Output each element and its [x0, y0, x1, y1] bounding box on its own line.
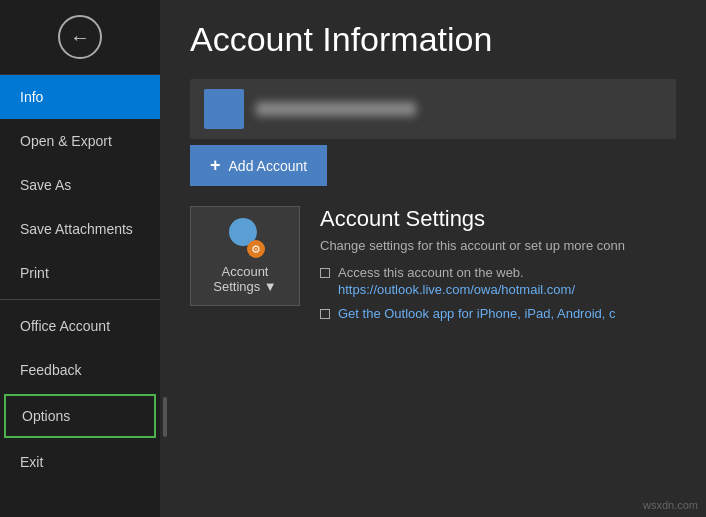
sidebar: ← Info Open & Export Save As Save Attach…	[0, 0, 160, 517]
sidebar-item-office-account[interactable]: Office Account	[0, 304, 160, 348]
sidebar-item-save-as[interactable]: Save As	[0, 163, 160, 207]
add-account-button[interactable]: + Add Account	[190, 145, 327, 186]
account-info-blurred	[256, 102, 416, 116]
account-settings-btn-text: Account Settings	[213, 264, 268, 294]
back-button[interactable]: ←	[0, 0, 160, 75]
gear-icon: ⚙	[247, 240, 265, 258]
watermark: wsxdn.com	[643, 499, 698, 511]
sidebar-label-save-as: Save As	[20, 177, 71, 193]
account-settings-icon: ⚙	[225, 218, 265, 258]
account-settings-title: Account Settings	[320, 206, 676, 232]
bullet-icon-2	[320, 309, 330, 319]
settings-item-1-content: Access this account on the web. https://…	[338, 265, 575, 298]
settings-list-item-1: Access this account on the web. https://…	[320, 265, 676, 298]
sidebar-label-feedback: Feedback	[20, 362, 81, 378]
sidebar-label-print: Print	[20, 265, 49, 281]
bullet-icon-1	[320, 268, 330, 278]
account-settings-dropdown-arrow: ▼	[264, 279, 277, 294]
account-settings-section: ⚙ Account Settings ▼ Account Settings Ch…	[190, 206, 676, 329]
sidebar-label-office-account: Office Account	[20, 318, 110, 334]
sidebar-label-open-export: Open & Export	[20, 133, 112, 149]
sidebar-item-exit[interactable]: Exit	[0, 440, 160, 484]
settings-list-item-2: Get the Outlook app for iPhone, iPad, An…	[320, 306, 676, 321]
back-circle-icon[interactable]: ←	[58, 15, 102, 59]
sidebar-item-feedback[interactable]: Feedback	[0, 348, 160, 392]
account-settings-btn-label: Account Settings ▼	[201, 264, 289, 294]
add-account-label: Add Account	[229, 158, 308, 174]
page-title: Account Information	[190, 20, 676, 59]
account-card	[190, 79, 676, 139]
scrollbar[interactable]	[163, 397, 167, 437]
sidebar-item-info[interactable]: Info	[0, 75, 160, 119]
sidebar-item-open-export[interactable]: Open & Export	[0, 119, 160, 163]
account-settings-description: Change settings for this account or set …	[320, 238, 676, 253]
sidebar-item-print[interactable]: Print	[0, 251, 160, 295]
account-settings-info: Account Settings Change settings for thi…	[320, 206, 676, 329]
outlook-app-link[interactable]: Get the Outlook app for iPhone, iPad, An…	[338, 306, 616, 321]
sidebar-label-info: Info	[20, 89, 43, 105]
account-avatar	[204, 89, 244, 129]
sidebar-item-save-attachments[interactable]: Save Attachments	[0, 207, 160, 251]
sidebar-item-options[interactable]: Options	[4, 394, 156, 438]
sidebar-divider	[0, 299, 160, 300]
outlook-web-link[interactable]: https://outlook.live.com/owa/hotmail.com…	[338, 282, 575, 297]
sidebar-label-exit: Exit	[20, 454, 43, 470]
main-content: Account Information + Add Account ⚙ Acco…	[160, 0, 706, 517]
plus-icon: +	[210, 155, 221, 176]
sidebar-label-save-attachments: Save Attachments	[20, 221, 133, 237]
account-settings-button[interactable]: ⚙ Account Settings ▼	[190, 206, 300, 306]
sidebar-label-options: Options	[22, 408, 70, 424]
settings-item-1-text: Access this account on the web.	[338, 265, 575, 280]
back-arrow-icon: ←	[70, 26, 90, 49]
